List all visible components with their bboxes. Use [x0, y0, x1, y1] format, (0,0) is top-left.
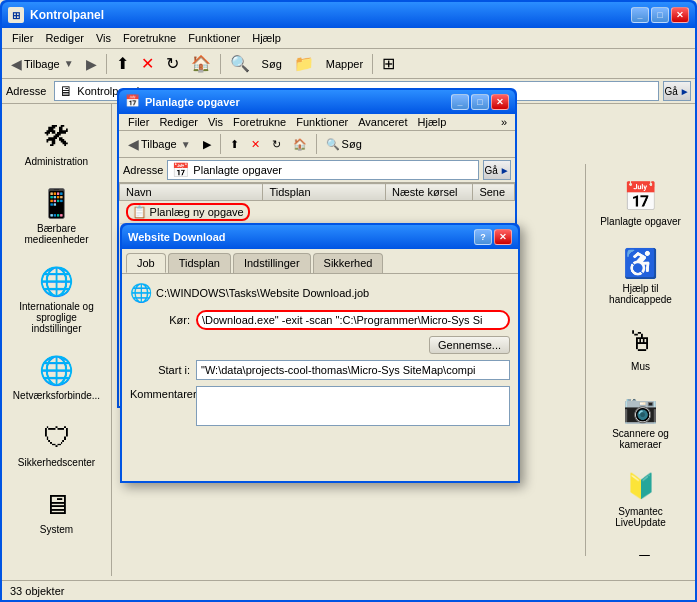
toolbar-icon-5[interactable]: 🔍 — [225, 51, 255, 76]
security-icon: 🛡 — [37, 417, 77, 457]
sidebar-label-administration: Administration — [25, 156, 88, 167]
main-toolbar: ◀ Tilbage ▼ ▶ ⬆ ✕ ↻ 🏠 🔍 Søg 📁 M — [2, 49, 695, 79]
col-next: Næste kørsel — [386, 184, 473, 201]
planned-go-button[interactable]: Gå ► — [483, 160, 511, 180]
main-title-icon: ⊞ — [8, 7, 24, 23]
toolbar-icon-4[interactable]: 🏠 — [186, 51, 216, 76]
right-sidebar-item-symantec[interactable]: 🔰 Symantec LiveUpdate — [590, 462, 691, 532]
planned-menu-funktioner[interactable]: Funktioner — [291, 115, 353, 129]
sidebar-item-network[interactable]: 🌐 Netværksforbinde... — [6, 346, 107, 405]
folders-button[interactable]: Mapper — [321, 55, 368, 73]
sidebar-item-media[interactable]: 📱 Bærbare medieenheder — [6, 179, 107, 249]
sidebar-item-security[interactable]: 🛡 Sikkerhedscenter — [6, 413, 107, 472]
view-button[interactable]: ⊞ — [377, 51, 400, 76]
administration-icon: 🛠 — [37, 116, 77, 156]
sidebar-item-administration[interactable]: 🛠 Administration — [6, 112, 107, 171]
right-sidebar-item-planned[interactable]: 📅 Planlagte opgaver — [590, 172, 691, 231]
tab-tidsplan[interactable]: Tidsplan — [168, 253, 231, 273]
planned-search-btn[interactable]: 🔍 Søg — [321, 135, 367, 154]
planned-back-label: Tilbage — [141, 138, 177, 150]
close-button[interactable]: ✕ — [671, 7, 689, 23]
tab-indstillinger[interactable]: Indstillinger — [233, 253, 311, 273]
status-bar: 33 objekter — [2, 580, 695, 600]
planned-go-label: Gå — [484, 165, 497, 176]
planned-title-icon: 📅 — [125, 94, 141, 110]
run-label: Kør: — [130, 314, 190, 326]
dialog-help-button[interactable]: ? — [474, 229, 492, 245]
browse-button[interactable]: Gennemse... — [429, 336, 510, 354]
search-label: Søg — [262, 58, 282, 70]
tab-job[interactable]: Job — [126, 253, 166, 273]
planned-menu-vis[interactable]: Vis — [203, 115, 228, 129]
refresh-icon: ↻ — [166, 54, 179, 73]
planned-close-button[interactable]: ✕ — [491, 94, 509, 110]
toolbar-icon-6[interactable]: 📁 — [289, 51, 319, 76]
right-sidebar-item-accessibility[interactable]: ♿ Hjælp til handicappede — [590, 239, 691, 309]
planned-up-button[interactable]: ⬆ — [225, 135, 244, 154]
menu-hjaelp[interactable]: Hjælp — [246, 30, 287, 46]
table-row-new-task[interactable]: 📋 Planlæg ny opgave — [120, 201, 515, 224]
menu-vis[interactable]: Vis — [90, 30, 117, 46]
right-sidebar-label-planned: Planlagte opgaver — [600, 216, 681, 227]
planned-menu-avanceret[interactable]: Avanceret — [353, 115, 412, 129]
planned-menu-hjaelp[interactable]: Hjælp — [413, 115, 452, 129]
new-task-icon: 📋 — [132, 205, 147, 219]
planned-back-icon: ◀ — [128, 136, 139, 152]
address-folder-icon: 🖥 — [59, 83, 73, 99]
toolbar-icon-3[interactable]: ↻ — [161, 51, 184, 76]
mouse-icon: 🖱 — [621, 321, 661, 361]
planned-menu-filer[interactable]: Filer — [123, 115, 154, 129]
planned-maximize-button[interactable]: □ — [471, 94, 489, 110]
planned-title-buttons: _ □ ✕ — [451, 94, 509, 110]
planned-home-button[interactable]: 🏠 — [288, 135, 312, 154]
planned-forward-button[interactable]: ▶ — [198, 135, 216, 154]
toolbar-icon-1[interactable]: ⬆ — [111, 51, 134, 76]
search-button[interactable]: Søg — [257, 55, 287, 73]
run-input[interactable] — [196, 310, 510, 330]
planned-refresh-button[interactable]: ↻ — [267, 135, 286, 154]
planned-stop-icon: ✕ — [251, 138, 260, 151]
new-task-cell: 📋 Planlæg ny opgave — [120, 201, 263, 224]
dialog-close-button[interactable]: ✕ — [494, 229, 512, 245]
forward-button[interactable]: ▶ — [81, 53, 102, 75]
filepath-icon: 🌐 — [130, 282, 152, 304]
right-sidebar-item-hardware[interactable]: 🖨 Tilføj hardware — [590, 540, 691, 556]
planned-title-text: Planlagte opgaver — [145, 96, 451, 108]
browse-row: Gennemse... — [130, 336, 510, 354]
right-sidebar-item-mouse[interactable]: 🖱 Mus — [590, 317, 691, 376]
sidebar-item-international[interactable]: 🌐 Internationale og sproglige indstillin… — [6, 257, 107, 338]
planned-menu-foretrukne[interactable]: Foretrukne — [228, 115, 291, 129]
minimize-button[interactable]: _ — [631, 7, 649, 23]
comments-textarea[interactable] — [196, 386, 510, 426]
menu-foretrukne[interactable]: Foretrukne — [117, 30, 182, 46]
address-go-button[interactable]: Gå ► — [663, 81, 691, 101]
menu-filer[interactable]: Filer — [6, 30, 39, 46]
right-sidebar-item-scanners[interactable]: 📷 Scannere og kameraer — [590, 384, 691, 454]
dialog-tab-bar: Job Tidsplan Indstillinger Sikkerhed — [122, 249, 518, 273]
planned-back-dropdown-icon: ▼ — [181, 139, 191, 150]
right-sidebar-label-accessibility: Hjælp til handicappede — [594, 283, 687, 305]
main-title-buttons: _ □ ✕ — [631, 7, 689, 23]
planned-menu-rediger[interactable]: Rediger — [154, 115, 203, 129]
toolbar-sep-2 — [220, 54, 221, 74]
menu-funktioner[interactable]: Funktioner — [182, 30, 246, 46]
toolbar-icon-2[interactable]: ✕ — [136, 51, 159, 76]
planned-go-arrow-icon: ► — [500, 165, 510, 176]
planned-address-input[interactable]: 📅 Planlagte opgaver — [167, 160, 479, 180]
forward-icon: ▶ — [86, 56, 97, 72]
planned-address-bar: Adresse 📅 Planlagte opgaver Gå ► — [119, 158, 515, 183]
maximize-button[interactable]: □ — [651, 7, 669, 23]
planned-menu-extra[interactable]: » — [497, 115, 511, 129]
planned-titlebar: 📅 Planlagte opgaver _ □ ✕ — [119, 90, 515, 114]
planned-stop-button[interactable]: ✕ — [246, 135, 265, 154]
address-label: Adresse — [6, 85, 50, 97]
menu-rediger[interactable]: Rediger — [39, 30, 90, 46]
planned-minimize-button[interactable]: _ — [451, 94, 469, 110]
back-button[interactable]: ◀ Tilbage ▼ — [6, 53, 79, 75]
sidebar-item-system[interactable]: 🖥 System — [6, 480, 107, 539]
address-go-label: Gå — [664, 86, 677, 97]
sidebar-label-system: System — [40, 524, 73, 535]
planned-back-button[interactable]: ◀ Tilbage ▼ — [123, 133, 196, 155]
start-input[interactable] — [196, 360, 510, 380]
tab-sikkerhed[interactable]: Sikkerhed — [313, 253, 384, 273]
